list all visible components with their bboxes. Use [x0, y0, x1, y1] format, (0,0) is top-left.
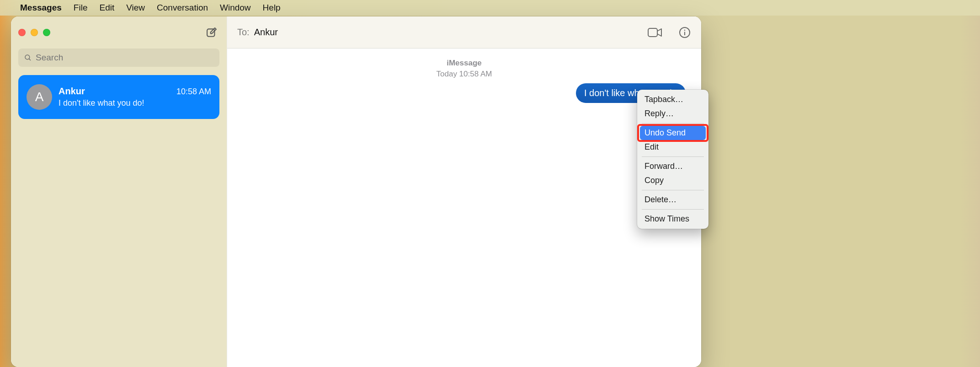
context-menu-separator	[642, 123, 704, 124]
search-field[interactable]	[18, 49, 219, 67]
compose-button[interactable]	[204, 25, 219, 40]
context-menu-item-copy[interactable]: Copy	[640, 173, 706, 188]
context-menu-separator	[642, 190, 704, 190]
conversation-name: Ankur	[59, 86, 85, 97]
conversation-time: 10:58 AM	[176, 87, 211, 97]
recipient-name[interactable]: Ankur	[254, 27, 278, 38]
zoom-window-button[interactable]	[43, 29, 50, 36]
context-menu-item-delete[interactable]: Delete…	[640, 193, 706, 207]
message-context-menu: Tapback…Reply…Undo SendEditForward…CopyD…	[637, 90, 708, 229]
timestamp-label: Today 10:58 AM	[236, 69, 692, 80]
message-thread: iMessage Today 10:58 AM I don't like wha…	[227, 49, 701, 367]
menubar-item-view[interactable]: View	[126, 3, 145, 13]
svg-point-1	[25, 55, 30, 59]
svg-rect-3	[648, 28, 657, 37]
menubar-item-edit[interactable]: Edit	[99, 3, 114, 13]
service-label: iMessage	[236, 58, 692, 69]
svg-point-5	[684, 29, 685, 30]
messages-window: A Ankur 10:58 AM I don't like what you d…	[11, 16, 701, 367]
sidebar-toolbar	[11, 16, 227, 49]
conversation-header: To: Ankur	[227, 16, 701, 49]
menubar-app[interactable]: Messages	[20, 3, 62, 13]
compose-icon	[205, 26, 218, 39]
conversation-row[interactable]: A Ankur 10:58 AM I don't like what you d…	[18, 75, 219, 119]
minimize-window-button[interactable]	[31, 29, 38, 36]
sidebar: A Ankur 10:58 AM I don't like what you d…	[11, 16, 227, 367]
video-icon	[647, 27, 663, 38]
context-menu-item-tapback[interactable]: Tapback…	[640, 92, 706, 107]
svg-line-2	[29, 59, 31, 60]
context-menu-item-edit[interactable]: Edit	[640, 140, 706, 154]
to-label: To:	[237, 27, 250, 38]
context-menu-item-forward[interactable]: Forward…	[640, 159, 706, 173]
menubar-item-conversation[interactable]: Conversation	[157, 3, 208, 13]
menubar-item-file[interactable]: File	[74, 3, 88, 13]
thread-timestamp: iMessage Today 10:58 AM	[236, 58, 692, 80]
conversation-text: Ankur 10:58 AM I don't like what you do!	[59, 86, 211, 108]
info-icon	[678, 26, 691, 39]
window-controls	[18, 29, 50, 36]
close-window-button[interactable]	[18, 29, 26, 36]
context-menu-item-show-times[interactable]: Show Times	[640, 212, 706, 226]
conversation-preview: I don't like what you do!	[59, 98, 211, 108]
info-button[interactable]	[678, 26, 691, 39]
context-menu-separator	[642, 209, 704, 210]
avatar: A	[27, 84, 52, 110]
menubar: Messages File Edit View Conversation Win…	[0, 0, 980, 16]
menubar-item-window[interactable]: Window	[220, 3, 251, 13]
context-menu-separator	[642, 157, 704, 157]
context-menu-item-reply[interactable]: Reply…	[640, 107, 706, 121]
search-input[interactable]	[36, 53, 214, 63]
context-menu-item-undo-send[interactable]: Undo Send	[640, 126, 706, 140]
search-icon	[24, 54, 32, 62]
menubar-item-help[interactable]: Help	[263, 3, 281, 13]
conversation-pane: To: Ankur iMessage Today 10:58 AM I don'…	[227, 16, 701, 367]
facetime-button[interactable]	[647, 27, 663, 38]
